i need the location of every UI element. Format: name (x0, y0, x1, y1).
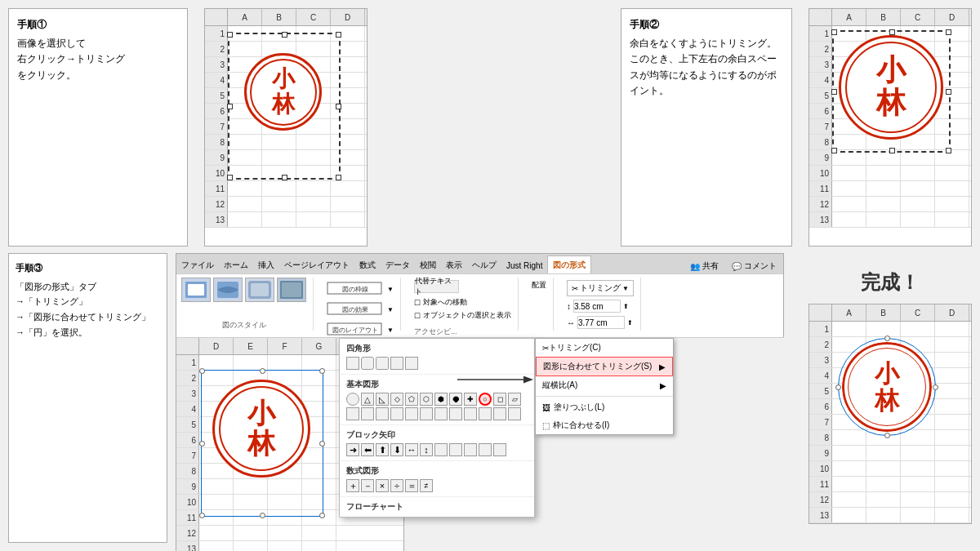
tab-insert[interactable]: 挿入 (253, 257, 279, 273)
size-width-row: ↕ ⬆ (567, 300, 634, 313)
alt-text-btn[interactable]: 代替テキスト (414, 280, 459, 293)
size-width-input[interactable] (573, 300, 621, 313)
trim-menu-item-5[interactable]: ⬚ 枠に合わせる(I) (536, 416, 673, 434)
share-button[interactable]: 👥 共有 (684, 259, 725, 273)
shape-s14[interactable] (361, 407, 374, 420)
col-header-2: A B C D (809, 9, 971, 26)
shape-circle-highlighted[interactable]: ○ (479, 393, 492, 406)
final-hanko-inner: 小林 (848, 348, 926, 426)
arrow-8[interactable] (449, 443, 462, 456)
shape-s17[interactable] (405, 407, 418, 420)
arrow-9[interactable] (464, 443, 477, 456)
shape-s15[interactable] (376, 407, 389, 420)
style-btn-2[interactable] (213, 278, 243, 302)
trim-button[interactable]: ✂ トリミング ▼ (567, 280, 634, 296)
formula-div[interactable]: ÷ (390, 479, 403, 492)
trim-fit-icon: ⬚ (542, 421, 550, 430)
style-btn-4[interactable] (277, 278, 306, 302)
complete-section: 完成！ A B C D 1 2 3 4 5 6 (808, 253, 972, 543)
shape-hept[interactable]: ⬢ (434, 393, 448, 406)
trim-menu-item-3[interactable]: 縦横比(A) ▶ (536, 376, 673, 394)
tab-review[interactable]: 校閲 (415, 257, 441, 273)
shape-s21[interactable] (464, 407, 477, 420)
step2-excel-sheet: A B C D 1 2 3 4 5 6 7 8 9 10 11 (808, 8, 972, 247)
style-btn-3[interactable] (245, 278, 274, 302)
trim-menu-item-2-highlighted[interactable]: 図形に合わせてトリミング(S) ▶ (536, 357, 673, 376)
bottom-excel-container: ファイル ホーム 挿入 ページレイアウト 数式 データ 校閲 表示 ヘルプ Ju… (176, 253, 784, 543)
shape-s16[interactable] (390, 407, 403, 420)
shape-s13[interactable] (346, 407, 359, 420)
formula-eq[interactable]: ＝ (405, 479, 418, 492)
shape-oct2[interactable]: ⯃ (449, 393, 462, 406)
chevron-effect[interactable]: ▼ (387, 306, 394, 313)
svg-text:図の効果: 図の効果 (342, 306, 368, 313)
shape-4[interactable] (390, 357, 403, 370)
size-h-spin[interactable]: ⬆ (627, 319, 633, 327)
picture-styles-label: 図のスタイル (222, 320, 266, 331)
shape-5[interactable] (405, 357, 418, 370)
arrow-11[interactable] (493, 443, 506, 456)
shape-s24[interactable] (508, 407, 521, 420)
shape-round-square[interactable] (361, 357, 374, 370)
shape-s20[interactable] (449, 407, 462, 420)
shape-oct[interactable] (376, 357, 389, 370)
col-d-b: D (199, 338, 234, 354)
arrow-left[interactable]: ⬅ (361, 443, 374, 456)
tab-view[interactable]: 表示 (441, 257, 467, 273)
tab-formula[interactable]: 数式 (354, 257, 381, 273)
layout-checkbox-row: 図のレイアウト ▼ (327, 321, 394, 339)
shape-hex[interactable]: ⬡ (420, 393, 433, 406)
arrow-lr[interactable]: ↔ (405, 443, 418, 456)
size-height-row: ↔ ⬆ (567, 316, 634, 329)
arrow-ud[interactable]: ↕ (420, 443, 433, 456)
tab-shape-format[interactable]: 図の形式 (547, 256, 591, 273)
arrow-7[interactable] (434, 443, 448, 456)
final-hanko-outer: 小林 (842, 342, 932, 432)
col-f-b: F (268, 338, 302, 354)
shape-s23[interactable] (493, 407, 506, 420)
comment-button[interactable]: 💬 コメント (725, 259, 783, 273)
formula-plus[interactable]: ＋ (346, 479, 359, 492)
shape-square[interactable] (346, 357, 359, 370)
size-icon-2: ↔ (567, 318, 575, 327)
tab-file[interactable]: ファイル (176, 257, 219, 273)
col-g-b: G (302, 338, 336, 354)
hanko-text-2: 小林 (876, 55, 906, 119)
formula-mul[interactable]: × (376, 479, 389, 492)
arrow-10[interactable] (479, 443, 492, 456)
chevron-border[interactable]: ▼ (387, 286, 394, 293)
size-w-spin[interactable]: ⬆ (623, 303, 629, 310)
size-height-input[interactable] (577, 316, 625, 329)
tab-data[interactable]: データ (381, 257, 415, 273)
tab-home[interactable]: ホーム (219, 257, 253, 273)
share-label: 共有 (702, 260, 719, 272)
shape-diamond[interactable]: ◇ (390, 393, 403, 406)
tab-page-layout[interactable]: ページレイアウト (279, 257, 354, 273)
hanko-inner-1: 小林 (250, 59, 317, 126)
tab-just-right[interactable]: Just Right (501, 257, 547, 273)
shape-triangle[interactable]: △ (361, 393, 374, 406)
shape-cross[interactable]: ✚ (464, 393, 477, 406)
bottom-row: 手順③ 「図形の形式」タブ →「トリミング」 →「図形に合わせてトリミング」 →… (8, 253, 972, 543)
arrow-down[interactable]: ⬇ (390, 443, 403, 456)
shape-pent[interactable]: ⬠ (405, 393, 418, 406)
shape-s18[interactable] (420, 407, 433, 420)
shape-s12[interactable]: ▱ (508, 393, 521, 406)
shape-s11[interactable]: ◻ (493, 393, 506, 406)
formula-minus[interactable]: － (361, 479, 374, 492)
style-btn-1[interactable] (181, 278, 211, 302)
shape-s19[interactable] (434, 407, 448, 420)
arrow-up[interactable]: ⬆ (376, 443, 389, 456)
tab-help[interactable]: ヘルプ (467, 257, 501, 273)
arrow-right[interactable]: ➜ (346, 443, 359, 456)
trim-size-group: ✂ トリミング ▼ ↕ ⬆ ↔ ⬆ (560, 278, 641, 331)
trim-menu-item-1[interactable]: ✂ トリミング(C) (536, 339, 673, 357)
shape-rt-triangle[interactable]: ◺ (376, 393, 389, 406)
trim-menu-item-4[interactable]: 🖼 塗りつぶし(L) (536, 398, 673, 416)
step3-line4: →「円」を選択。 (16, 325, 160, 340)
shape-ellipse[interactable] (346, 393, 359, 406)
chevron-layout[interactable]: ▼ (387, 327, 394, 334)
step1-line2: 右クリック→トリミング (17, 51, 179, 67)
formula-neq[interactable]: ≠ (420, 479, 433, 492)
shape-s22[interactable] (479, 407, 492, 420)
